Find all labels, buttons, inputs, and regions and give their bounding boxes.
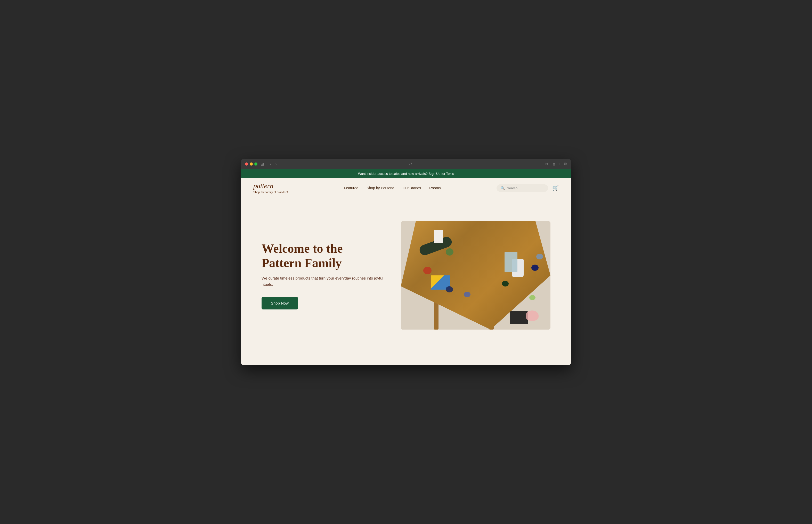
hero-subtitle: We curate timeless products that turn yo… [262, 275, 385, 288]
announcement-text: Want insider access to sales and new arr… [358, 172, 454, 176]
website-content: Want insider access to sales and new arr… [241, 169, 571, 365]
browser-controls: ‹ › [269, 161, 278, 167]
address-bar-container: 🛡 [281, 162, 541, 166]
reload-button[interactable]: ↻ [544, 161, 549, 167]
traffic-lights [245, 162, 257, 166]
nav-links: Featured Shop by Persona Our Brands Room… [344, 186, 441, 190]
decorative-bowl-blue-light [464, 292, 470, 297]
shop-now-button[interactable]: Shop Now [262, 297, 298, 309]
shield-icon: 🛡 [409, 162, 412, 166]
decorative-spatulas [505, 252, 517, 272]
hero-image [401, 221, 550, 330]
search-input[interactable] [507, 186, 544, 190]
decorative-candle [434, 230, 443, 243]
logo-subtitle[interactable]: Shop the family of brands ▾ [253, 190, 288, 194]
decorative-pink-item [526, 310, 539, 321]
share-icon[interactable]: ⬆ [552, 162, 556, 167]
browser-chrome: ⊞ ‹ › 🛡 ↻ ⬆ + ⧉ [241, 159, 571, 169]
decorative-glass-green [446, 248, 453, 256]
decorative-bowl-green-light [529, 295, 535, 300]
decorative-bowl-navy [531, 265, 539, 271]
back-button[interactable]: ‹ [269, 161, 272, 167]
cart-icon[interactable]: 🛒 [552, 185, 559, 191]
traffic-light-yellow[interactable] [250, 162, 253, 166]
traffic-light-red[interactable] [245, 162, 248, 166]
windows-icon[interactable]: ⧉ [564, 162, 567, 166]
decorative-game-board [510, 311, 528, 324]
sidebar-button[interactable]: ⊞ [261, 162, 264, 167]
nav-right: 🔍 🛒 [497, 184, 559, 192]
browser-window: ⊞ ‹ › 🛡 ↻ ⬆ + ⧉ Want insider access to s… [241, 159, 571, 365]
hero-title: Welcome to the Pattern Family [262, 241, 385, 270]
hero-content: Welcome to the Pattern Family We curate … [262, 241, 385, 309]
traffic-light-green[interactable] [254, 162, 257, 166]
nav-header: pattern Shop the family of brands ▾ Feat… [241, 178, 571, 198]
decorative-bowl-grey [536, 254, 543, 259]
decorative-bowl-green-dark [502, 281, 509, 286]
nav-link-shop-by-persona[interactable]: Shop by Persona [367, 186, 394, 190]
nav-link-rooms[interactable]: Rooms [429, 186, 441, 190]
nav-link-featured[interactable]: Featured [344, 186, 358, 190]
new-tab-icon[interactable]: + [559, 162, 561, 166]
search-bar[interactable]: 🔍 [497, 184, 548, 192]
chevron-down-icon: ▾ [287, 190, 288, 194]
browser-actions: ⬆ + ⧉ [552, 162, 567, 167]
logo-section: pattern Shop the family of brands ▾ [253, 182, 288, 194]
decorative-bowl-blue-dark [446, 286, 453, 292]
hero-section: Welcome to the Pattern Family We curate … [241, 198, 571, 353]
nav-link-our-brands[interactable]: Our Brands [403, 186, 421, 190]
forward-button[interactable]: › [274, 161, 278, 167]
announcement-bar: Want insider access to sales and new arr… [241, 169, 571, 178]
search-icon: 🔍 [501, 186, 505, 190]
hero-image-canvas [401, 221, 550, 330]
logo-text[interactable]: pattern [253, 182, 288, 190]
